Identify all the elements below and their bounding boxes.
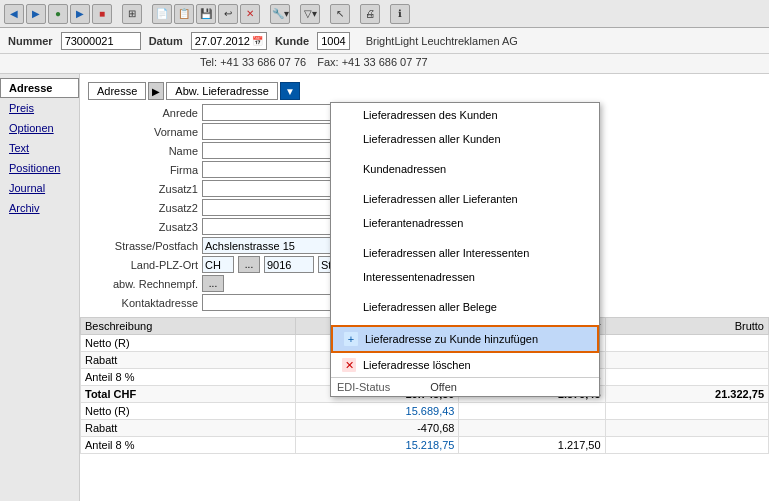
zusatz3-label: Zusatz3 bbox=[88, 221, 198, 233]
edi-status-row: EDI-Status Offen bbox=[331, 377, 599, 396]
back-button[interactable]: ◀ bbox=[4, 4, 24, 24]
tab-arrow[interactable]: ▶ bbox=[148, 82, 164, 100]
save-button[interactable]: 💾 bbox=[196, 4, 216, 24]
cursor-button[interactable]: ↖ bbox=[330, 4, 350, 24]
list-icon bbox=[341, 131, 357, 147]
play-button[interactable]: ● bbox=[48, 4, 68, 24]
tab-bar: Adresse ▶ Abw. Lieferadresse ▼ bbox=[88, 82, 761, 100]
land-input[interactable] bbox=[202, 256, 234, 273]
sidebar-item-optionen[interactable]: Optionen bbox=[0, 118, 79, 138]
list-icon bbox=[341, 215, 357, 231]
delete-icon: ✕ bbox=[341, 357, 357, 373]
land-picker-btn[interactable]: ... bbox=[238, 256, 260, 273]
list-icon bbox=[341, 107, 357, 123]
sidebar-item-adresse[interactable]: Adresse bbox=[0, 78, 79, 98]
forward-button[interactable]: ▶ bbox=[26, 4, 46, 24]
dropdown-item-lieferadressen-alle-interessenten[interactable]: Lieferadressen aller Interessenten bbox=[331, 241, 599, 265]
dropdown-item-lieferantenadressen[interactable]: Lieferantenadressen bbox=[331, 211, 599, 235]
table-row: Anteil 8 % 15.218,75 1.217,50 bbox=[81, 437, 769, 454]
svg-text:+: + bbox=[348, 333, 354, 345]
main-container: Adresse Preis Optionen Text Positionen J… bbox=[0, 74, 769, 501]
calendar-icon[interactable]: 📅 bbox=[252, 36, 263, 46]
dropdown-item-lieferadressen-kunden[interactable]: Lieferadressen des Kunden bbox=[331, 103, 599, 127]
zusatz1-label: Zusatz1 bbox=[88, 183, 198, 195]
dropdown-item-lieferadresse-loeschen[interactable]: ✕ Lieferadresse löschen bbox=[331, 353, 599, 377]
datum-field[interactable]: 27.07.2012 📅 bbox=[191, 32, 267, 50]
name-label: Name bbox=[88, 145, 198, 157]
col-brutto: Brutto bbox=[605, 318, 768, 335]
kontaktadresse-label: Kontaktadresse bbox=[88, 297, 198, 309]
toolbar: ◀ ▶ ● ▶ ■ ⊞ 📄 📋 💾 ↩ ✕ 🔧▾ ▽▾ ↖ 🖨 ℹ bbox=[0, 0, 769, 28]
nummer-field[interactable]: 73000021 bbox=[61, 32, 141, 50]
next-button[interactable]: ▶ bbox=[70, 4, 90, 24]
plz-input[interactable] bbox=[264, 256, 314, 273]
sidebar-item-archiv[interactable]: Archiv bbox=[0, 198, 79, 218]
sidebar: Adresse Preis Optionen Text Positionen J… bbox=[0, 74, 80, 501]
print-button[interactable]: 🖨 bbox=[360, 4, 380, 24]
add-icon: + bbox=[343, 331, 359, 347]
svg-text:✕: ✕ bbox=[345, 359, 354, 371]
info-button[interactable]: ℹ bbox=[390, 4, 410, 24]
table-row: Netto (R) 15.689,43 bbox=[81, 403, 769, 420]
col-beschreibung: Beschreibung bbox=[81, 318, 296, 335]
delete-button[interactable]: ✕ bbox=[240, 4, 260, 24]
new-button[interactable]: 📄 bbox=[152, 4, 172, 24]
grid-button[interactable]: ⊞ bbox=[122, 4, 142, 24]
abw-rechnempf-btn[interactable]: ... bbox=[202, 275, 224, 292]
tel-info: Tel: +41 33 686 07 76 bbox=[200, 56, 306, 68]
vorname-label: Vorname bbox=[88, 126, 198, 138]
dropdown-item-lieferadressen-alle-kunden[interactable]: Lieferadressen aller Kunden bbox=[331, 127, 599, 151]
land-plz-label: Land-PLZ-Ort bbox=[88, 259, 198, 271]
kunde-field[interactable]: 1004 bbox=[317, 32, 349, 50]
contact-bar: Tel: +41 33 686 07 76 Fax: +41 33 686 07… bbox=[0, 54, 769, 74]
dropdown-menu: Lieferadressen des Kunden Lieferadressen… bbox=[330, 102, 600, 397]
header-bar: Nummer 73000021 Datum 27.07.2012 📅 Kunde… bbox=[0, 28, 769, 54]
tab-abw-lieferadresse[interactable]: Abw. Lieferadresse bbox=[166, 82, 278, 100]
content-area: Adresse ▶ Abw. Lieferadresse ▼ Anrede Vo… bbox=[80, 74, 769, 501]
kunde-label: Kunde bbox=[275, 35, 309, 47]
anrede-label: Anrede bbox=[88, 107, 198, 119]
undo-button[interactable]: ↩ bbox=[218, 4, 238, 24]
list-icon bbox=[341, 299, 357, 315]
filter-button[interactable]: ▽▾ bbox=[300, 4, 320, 24]
edi-label: EDI-Status bbox=[337, 381, 390, 393]
abw-rechnempf-label: abw. Rechnempf. bbox=[88, 278, 198, 290]
tab-dropdown-button[interactable]: ▼ bbox=[280, 82, 300, 100]
tools-button[interactable]: 🔧▾ bbox=[270, 4, 290, 24]
list-icon bbox=[341, 161, 357, 177]
table-row: Rabatt -470,68 bbox=[81, 420, 769, 437]
sidebar-item-preis[interactable]: Preis bbox=[0, 98, 79, 118]
dropdown-item-lieferadressen-alle-belege[interactable]: Lieferadressen aller Belege bbox=[331, 295, 599, 319]
dropdown-item-lieferadressen-alle-lieferanten[interactable]: Lieferadressen aller Lieferanten bbox=[331, 187, 599, 211]
sidebar-item-journal[interactable]: Journal bbox=[0, 178, 79, 198]
list-icon bbox=[341, 269, 357, 285]
dropdown-item-kundenadressen[interactable]: Kundenadressen bbox=[331, 157, 599, 181]
edi-value: Offen bbox=[430, 381, 457, 393]
tab-adresse[interactable]: Adresse bbox=[88, 82, 146, 100]
zusatz2-label: Zusatz2 bbox=[88, 202, 198, 214]
nummer-label: Nummer bbox=[8, 35, 53, 47]
list-icon bbox=[341, 191, 357, 207]
firma-label: Firma bbox=[88, 164, 198, 176]
strasse-label: Strasse/Postfach bbox=[88, 240, 198, 252]
list-icon bbox=[341, 245, 357, 261]
dropdown-item-lieferadresse-hinzufuegen[interactable]: + Lieferadresse zu Kunde hinzufügen bbox=[331, 325, 599, 353]
stop-button[interactable]: ■ bbox=[92, 4, 112, 24]
fax-info: Fax: +41 33 686 07 77 bbox=[317, 56, 427, 68]
copy-button[interactable]: 📋 bbox=[174, 4, 194, 24]
dropdown-item-interessentenadressen[interactable]: Interessentenadressen bbox=[331, 265, 599, 289]
company-name: BrightLight Leuchtreklamen AG bbox=[366, 35, 518, 47]
sidebar-item-positionen[interactable]: Positionen bbox=[0, 158, 79, 178]
sidebar-item-text[interactable]: Text bbox=[0, 138, 79, 158]
datum-label: Datum bbox=[149, 35, 183, 47]
